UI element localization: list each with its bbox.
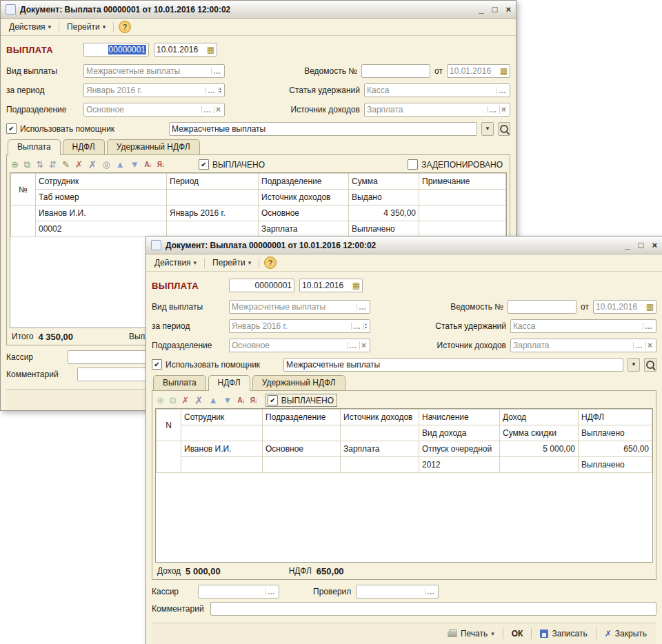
statement-date-input[interactable]: 10.01.2016▦ — [447, 64, 510, 78]
cell-issued[interactable]: Выплачено — [349, 221, 419, 237]
spinner-buttons[interactable]: ▴▾ — [363, 323, 368, 330]
period-input[interactable]: Январь 2016 г.…▴▾ — [229, 319, 370, 333]
spin-down-icon[interactable]: ▾ — [219, 90, 221, 94]
cell-income[interactable]: 5 000,00 — [500, 441, 579, 457]
delete-marked-icon[interactable]: ✗ — [194, 396, 203, 405]
table-row[interactable]: 1 Иванов И.И. Основное Зарплата Отпуск о… — [157, 441, 652, 457]
clear-icon[interactable]: × — [645, 341, 654, 350]
period-input[interactable]: Январь 2016 г.…▴▾ — [83, 83, 225, 97]
row-number-cell[interactable]: 1 — [157, 441, 181, 473]
cell-employee[interactable]: Иванов И.И. — [181, 441, 263, 457]
search-button[interactable] — [498, 122, 510, 136]
titlebar[interactable]: Документ: Выплата 00000001 от 10.01.2016… — [146, 237, 662, 254]
cell-discount-sum[interactable] — [500, 457, 579, 473]
calendar-icon[interactable]: ▦ — [207, 46, 214, 54]
close-window-button[interactable]: ✗ Закрыть — [601, 627, 651, 640]
ok-button[interactable]: ОК — [508, 627, 528, 640]
cell-empty[interactable] — [167, 221, 259, 237]
cell-paid[interactable]: Выплачено — [579, 457, 652, 473]
delete-row-icon[interactable]: ✗ — [181, 396, 189, 405]
close-button[interactable]: × — [652, 241, 657, 250]
payment-kind-input[interactable]: Межрасчетные выплаты… — [229, 300, 370, 314]
checkbox-checked-icon[interactable]: ✔ — [199, 159, 209, 170]
cell-note[interactable] — [419, 205, 506, 221]
checkbox-checked-icon[interactable]: ✔ — [152, 359, 162, 370]
ellipsis-button[interactable]: … — [487, 106, 498, 113]
comment-input[interactable] — [210, 602, 656, 616]
minimize-button[interactable]: _ — [479, 5, 483, 14]
edit-row-icon[interactable]: ✎ — [62, 160, 70, 169]
doc-date-input[interactable]: 10.01.2016▦ — [299, 279, 363, 292]
spin-down-icon[interactable]: ▾ — [365, 326, 367, 330]
department-input[interactable]: Основное…× — [229, 339, 370, 352]
titlebar[interactable]: Документ: Выплата 00000001 от 10.01.2016… — [1, 1, 516, 19]
doc-date-input[interactable]: 10.01.2016▦ — [154, 43, 217, 57]
cell-income-source[interactable]: Зарплата — [341, 441, 419, 457]
statement-date-input[interactable]: 10.01.2016▦ — [593, 300, 656, 314]
add-row-icon[interactable]: ⊕ — [11, 160, 19, 169]
calendar-icon[interactable]: ▦ — [500, 67, 508, 75]
use-assistant-checkbox[interactable]: ✔ Использовать помощник — [6, 123, 165, 134]
deposited-checkbox[interactable]: ЗАДЕПОНИРОВАНО — [408, 159, 503, 170]
sort-desc-icon[interactable]: Я↓ — [157, 161, 164, 168]
tab-vyplata[interactable]: Выплата — [153, 375, 206, 390]
ellipsis-button[interactable]: … — [633, 342, 644, 349]
clear-icon[interactable]: × — [359, 341, 368, 350]
print-button[interactable]: Печать ▾ — [443, 627, 499, 640]
ellipsis-button[interactable]: … — [496, 87, 508, 94]
deduction-item-input[interactable]: Касса… — [510, 319, 656, 333]
cashier-input[interactable]: … — [198, 585, 279, 598]
sort-asc-icon[interactable]: А↓ — [237, 396, 244, 404]
fill-rows-icon[interactable]: ⇅ — [36, 160, 43, 169]
calendar-icon[interactable]: ▦ — [646, 303, 654, 311]
ellipsis-button[interactable]: … — [347, 342, 358, 349]
search-button[interactable] — [644, 358, 656, 372]
move-down-icon[interactable]: ▼ — [130, 160, 139, 169]
help-icon[interactable]: ? — [119, 21, 131, 33]
cell-income-kind[interactable]: 2012 — [419, 457, 500, 473]
combo-dropdown-button[interactable]: ▼ — [481, 122, 494, 136]
pick-rows-icon[interactable]: ⇵ — [49, 160, 57, 169]
sort-asc-icon[interactable]: А↓ — [145, 161, 152, 168]
cell-tab-number[interactable]: 00002 — [36, 221, 167, 237]
doc-number-input[interactable]: 00000001 — [229, 279, 294, 292]
checkbox-checked-icon[interactable]: ✔ — [268, 395, 278, 405]
move-down-icon[interactable]: ▼ — [223, 396, 232, 405]
menu-actions[interactable]: Действия▾ — [5, 21, 55, 33]
cell-sum[interactable]: 4 350,00 — [349, 205, 419, 221]
checkbox-unchecked-icon[interactable] — [408, 159, 418, 170]
doc-number-input[interactable]: 00000001 — [83, 43, 149, 57]
delete-marked-icon[interactable]: ✗ — [88, 160, 97, 169]
statement-number-input[interactable] — [508, 300, 576, 314]
cell-department[interactable]: Основное — [259, 205, 349, 221]
assistant-combo-input[interactable]: Межрасчетные выплаты — [283, 358, 623, 372]
menu-goto[interactable]: Перейти▾ — [208, 256, 255, 269]
department-input[interactable]: Основное…× — [83, 103, 225, 117]
ellipsis-button[interactable]: … — [643, 323, 654, 330]
copy-row-icon[interactable]: ⧉ — [170, 396, 176, 405]
maximize-button[interactable]: □ — [492, 5, 498, 14]
ellipsis-button[interactable]: … — [201, 106, 212, 113]
cell-income-source[interactable]: Зарплата — [259, 221, 349, 237]
paid-checkbox[interactable]: ✔ ВЫПЛАЧЕНО — [199, 159, 265, 170]
income-source-input[interactable]: Зарплата…× — [364, 103, 510, 117]
ellipsis-button[interactable]: … — [205, 87, 217, 94]
move-up-icon[interactable]: ▲ — [116, 160, 125, 169]
close-button[interactable]: × — [505, 5, 511, 14]
copy-row-icon[interactable]: ⧉ — [24, 160, 30, 169]
help-icon[interactable]: ? — [264, 256, 277, 269]
cell-empty[interactable] — [419, 221, 506, 237]
view-settings-icon[interactable]: ◎ — [102, 160, 110, 169]
cell-accrual[interactable]: Отпуск очередной — [419, 441, 500, 457]
calendar-icon[interactable]: ▦ — [352, 281, 360, 290]
ndfl-table[interactable]: N Сотрудник Подразделение Источник доход… — [155, 408, 653, 563]
checkbox-checked-icon[interactable]: ✔ — [6, 123, 17, 134]
ellipsis-button[interactable]: … — [351, 323, 362, 330]
table-row2[interactable]: 2012 Выплачено — [157, 457, 652, 473]
clear-icon[interactable]: × — [499, 105, 508, 114]
ellipsis-button[interactable]: … — [265, 588, 277, 595]
cell-period[interactable]: Январь 2016 г. — [167, 205, 259, 221]
assistant-combo-input[interactable]: Межрасчетные выплаты — [169, 122, 477, 136]
statement-number-input[interactable] — [361, 64, 430, 78]
income-source-input[interactable]: Зарплата…× — [510, 339, 656, 352]
